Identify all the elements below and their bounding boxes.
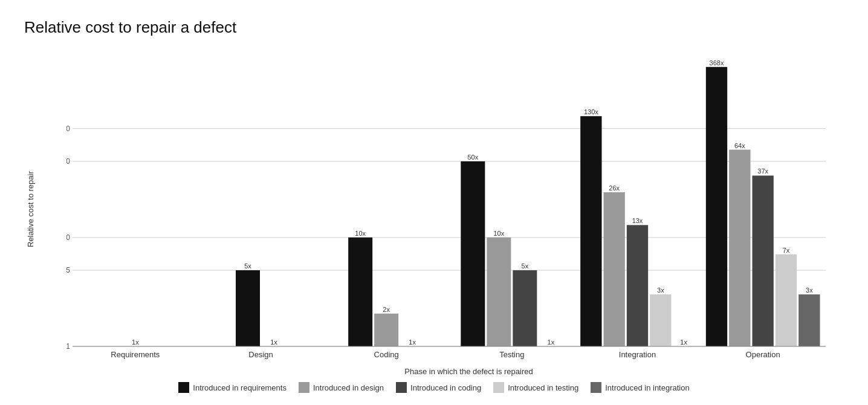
legend-item: Introduced in coding [396,382,481,393]
svg-text:2x: 2x [383,306,390,313]
svg-text:1x: 1x [680,339,687,346]
svg-text:13x: 13x [632,217,643,224]
svg-text:Operation: Operation [746,350,780,359]
svg-rect-53 [798,294,820,346]
svg-text:Requirements: Requirements [111,350,160,359]
chart-inner: 1510501001xRequirements5x1xDesign10x2x1x… [39,43,844,376]
svg-rect-45 [706,67,727,346]
svg-text:7x: 7x [783,247,790,254]
svg-rect-34 [580,116,601,346]
legend-label: Introduced in coding [410,383,481,392]
svg-text:64x: 64x [734,142,745,149]
svg-rect-51 [776,254,797,346]
legend: Introduced in requirementsIntroduced in … [24,382,844,393]
svg-text:1x: 1x [548,339,555,346]
svg-text:Coding: Coding [374,350,399,359]
svg-text:10x: 10x [355,230,366,237]
legend-item: Introduced in requirements [178,382,287,393]
legend-swatch [396,382,407,393]
svg-text:Testing: Testing [499,350,524,359]
svg-text:5: 5 [66,266,70,274]
legend-label: Introduced in integration [605,383,689,392]
svg-text:3x: 3x [657,287,664,294]
svg-text:5x: 5x [522,262,529,270]
svg-text:37x: 37x [757,167,768,175]
svg-text:1: 1 [66,342,70,351]
svg-text:50: 50 [66,157,70,166]
svg-text:3x: 3x [806,287,813,294]
plot-area: 1510501001xRequirements5x1xDesign10x2x1x… [66,43,838,364]
legend-label: Introduced in requirements [193,383,287,392]
svg-text:10: 10 [66,233,70,242]
svg-rect-49 [753,175,774,346]
legend-swatch [591,382,601,393]
svg-text:Design: Design [248,350,273,359]
svg-rect-27 [487,238,511,346]
svg-text:1x: 1x [132,339,139,346]
svg-text:10x: 10x [493,230,504,237]
legend-swatch [299,382,309,393]
legend-label: Introduced in testing [508,383,578,392]
svg-text:50x: 50x [467,154,478,161]
svg-text:100: 100 [66,125,70,133]
svg-rect-25 [461,161,485,346]
svg-text:130x: 130x [584,108,598,115]
svg-text:5x: 5x [244,262,251,270]
x-axis-label: Phase in which the defect is repaired [94,367,844,376]
legend-swatch [178,382,189,393]
y-axis-label: Relative cost to repair [24,43,36,376]
legend-label: Introduced in design [313,383,384,392]
svg-text:1x: 1x [409,339,416,346]
legend-item: Introduced in design [299,382,384,393]
chart-container: Relative cost to repair a defect Relativ… [0,0,868,405]
chart-area: Relative cost to repair 1510501001xRequi… [24,43,844,376]
svg-rect-29 [513,270,537,346]
svg-text:1x: 1x [270,339,277,346]
svg-rect-18 [348,238,372,346]
svg-rect-36 [604,192,625,346]
svg-text:26x: 26x [609,184,620,192]
legend-item: Introduced in integration [591,382,689,393]
legend-swatch [493,382,504,393]
chart-svg: 1510501001xRequirements5x1xDesign10x2x1x… [66,43,838,364]
legend-item: Introduced in testing [493,382,578,393]
svg-rect-38 [627,225,648,346]
svg-rect-13 [236,270,260,346]
chart-title: Relative cost to repair a defect [24,18,844,37]
svg-text:368x: 368x [710,59,724,66]
svg-rect-40 [650,294,671,346]
svg-rect-47 [729,150,750,346]
svg-rect-20 [374,314,398,346]
svg-text:Integration: Integration [619,350,656,359]
